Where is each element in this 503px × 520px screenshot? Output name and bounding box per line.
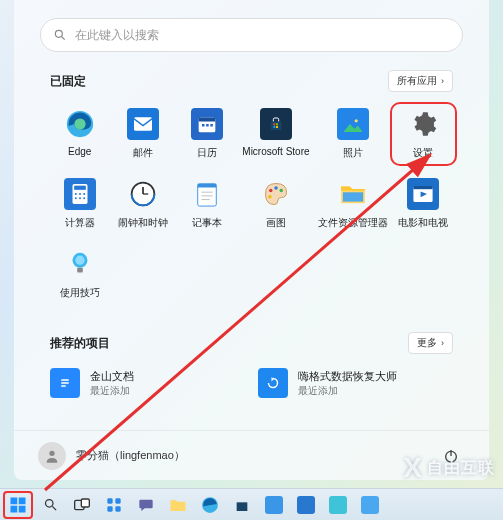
bulb-icon (64, 248, 96, 280)
svg-rect-52 (19, 505, 26, 512)
svg-rect-50 (19, 497, 26, 504)
svg-point-19 (75, 193, 77, 195)
taskbar-explorer[interactable] (164, 492, 192, 518)
app-edge[interactable]: Edge (50, 106, 109, 162)
svg-rect-57 (107, 498, 112, 503)
svg-rect-8 (206, 124, 209, 127)
svg-point-24 (83, 197, 85, 199)
svg-point-23 (79, 197, 81, 199)
edge-icon (201, 496, 219, 514)
app-mail[interactable]: 邮件 (113, 106, 172, 162)
svg-rect-38 (342, 192, 362, 201)
app-paint[interactable]: 画图 (240, 176, 311, 232)
svg-point-20 (79, 193, 81, 195)
taskbar-edge[interactable] (196, 492, 224, 518)
taskbar-app[interactable] (292, 492, 320, 518)
watermark: X自由互联 (403, 452, 495, 484)
gear-icon (407, 108, 439, 140)
svg-rect-43 (77, 268, 83, 273)
svg-rect-62 (237, 502, 248, 511)
svg-point-37 (268, 195, 272, 199)
svg-rect-60 (115, 506, 120, 511)
pinned-title: 已固定 (50, 73, 86, 90)
svg-point-35 (274, 186, 278, 190)
svg-point-0 (55, 30, 62, 37)
svg-point-46 (49, 450, 54, 455)
svg-rect-14 (276, 126, 278, 128)
svg-rect-30 (197, 184, 216, 188)
svg-rect-11 (273, 123, 275, 125)
svg-rect-56 (81, 499, 89, 507)
svg-line-54 (52, 506, 56, 510)
svg-rect-13 (273, 126, 275, 128)
notepad-icon (191, 178, 223, 210)
svg-point-53 (45, 500, 53, 508)
taskview-icon (74, 498, 90, 512)
app-icon (297, 496, 315, 514)
taskbar-start-button[interactable] (4, 492, 32, 518)
app-photos[interactable]: 照片 (316, 106, 390, 162)
folder-icon (337, 178, 369, 210)
widgets-icon (106, 497, 122, 513)
movie-icon (407, 178, 439, 210)
search-icon (53, 28, 67, 42)
taskbar-widgets[interactable] (100, 492, 128, 518)
svg-rect-18 (74, 186, 86, 190)
recommended-item[interactable]: 金山文档 最近添加 (50, 368, 246, 398)
svg-rect-51 (11, 505, 18, 512)
pinned-section: 已固定 所有应用› Edge 邮件 日历 (26, 52, 477, 302)
svg-rect-58 (115, 498, 120, 503)
svg-point-34 (269, 189, 273, 193)
mail-icon (127, 108, 159, 140)
taskbar-app[interactable] (260, 492, 288, 518)
chevron-right-icon: › (441, 76, 444, 86)
svg-rect-45 (264, 374, 282, 392)
app-explorer[interactable]: 文件资源管理器 (316, 176, 390, 232)
app-calendar[interactable]: 日历 (177, 106, 236, 162)
app-calculator[interactable]: 计算器 (50, 176, 109, 232)
app-tips[interactable]: 使用技巧 (50, 246, 109, 302)
app-icon (329, 496, 347, 514)
svg-point-22 (75, 197, 77, 199)
taskbar-app[interactable] (356, 492, 384, 518)
user-account-button[interactable]: 零分猫（lingfenmao） (38, 442, 185, 470)
taskbar-store[interactable] (228, 492, 256, 518)
taskbar-app[interactable] (324, 492, 352, 518)
svg-point-21 (83, 193, 85, 195)
all-apps-button[interactable]: 所有应用› (388, 70, 453, 92)
taskbar-chat[interactable] (132, 492, 160, 518)
app-clock[interactable]: 闹钟和时钟 (113, 176, 172, 232)
recommended-title: 推荐的项目 (50, 335, 110, 352)
svg-rect-9 (210, 124, 213, 127)
app-movies[interactable]: 电影和电视 (394, 176, 453, 232)
app-settings[interactable]: 设置 (394, 106, 453, 162)
svg-line-1 (62, 37, 65, 40)
chevron-right-icon: › (441, 338, 444, 348)
svg-point-36 (279, 189, 283, 193)
taskbar-taskview[interactable] (68, 492, 96, 518)
start-menu: 已固定 所有应用› Edge 邮件 日历 (14, 0, 489, 480)
more-button[interactable]: 更多› (408, 332, 453, 354)
chat-icon (138, 497, 154, 513)
avatar (38, 442, 66, 470)
search-input[interactable] (75, 28, 450, 42)
store-icon (260, 108, 292, 140)
svg-point-42 (75, 256, 84, 265)
svg-rect-6 (198, 117, 215, 121)
search-box[interactable] (40, 18, 463, 52)
recommended-item[interactable]: 嗨格式数据恢复大师 最近添加 (258, 368, 454, 398)
svg-rect-10 (271, 121, 282, 130)
edge-icon (64, 108, 96, 140)
pinned-grid: Edge 邮件 日历 Microsoft Store (50, 106, 453, 302)
svg-rect-4 (134, 117, 152, 131)
app-icon (265, 496, 283, 514)
calendar-icon (191, 108, 223, 140)
recommended-section: 推荐的项目 更多› 金山文档 最近添加 嗨格式数据恢复大师 (26, 302, 477, 398)
app-icon (361, 496, 379, 514)
svg-point-16 (354, 119, 357, 122)
wps-icon (50, 368, 80, 398)
windows-icon (9, 496, 27, 514)
taskbar-search[interactable] (36, 492, 64, 518)
app-store[interactable]: Microsoft Store (240, 106, 311, 162)
app-notepad[interactable]: 记事本 (177, 176, 236, 232)
